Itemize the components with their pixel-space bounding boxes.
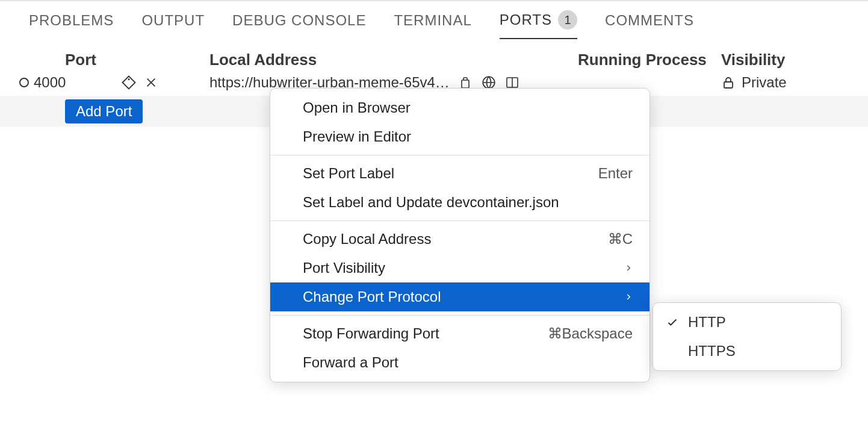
header-local-address: Local Address (209, 51, 578, 69)
header-port: Port (65, 51, 209, 69)
menu-separator (270, 155, 649, 155)
svg-rect-4 (724, 82, 733, 88)
menu-set-label-update-devcontainer[interactable]: Set Label and Update devcontainer.json (270, 188, 649, 217)
menu-port-visibility[interactable]: Port Visibility (270, 254, 649, 282)
tab-ports[interactable]: PORTS 1 (500, 10, 577, 39)
submenu-http[interactable]: HTTP (653, 308, 841, 337)
menu-change-port-protocol-label: Change Port Protocol (303, 288, 441, 305)
svg-point-0 (128, 78, 129, 80)
tab-problems[interactable]: PROBLEMS (29, 12, 114, 37)
tab-output[interactable]: OUTPUT (141, 12, 205, 37)
tab-terminal[interactable]: TERMINAL (394, 12, 471, 37)
chevron-right-icon (624, 264, 633, 272)
menu-stop-forwarding-port[interactable]: Stop Forwarding Port ⌘Backspace (270, 319, 649, 348)
menu-set-port-label-shortcut: Enter (598, 165, 633, 182)
port-number: 4000 (34, 74, 112, 91)
port-status-icon (0, 78, 34, 87)
lock-icon (721, 75, 736, 90)
submenu-https-label: HTTPS (688, 343, 736, 360)
menu-copy-local-address-label: Copy Local Address (303, 231, 431, 248)
menu-forward-a-port-label: Forward a Port (303, 354, 398, 371)
tab-ports-label: PORTS (500, 11, 552, 28)
check-icon (665, 316, 680, 329)
menu-set-label-update-devcontainer-label: Set Label and Update devcontainer.json (303, 194, 559, 211)
tag-icon[interactable] (120, 74, 137, 91)
ports-count-badge: 1 (558, 10, 577, 30)
port-context-menu: Open in Browser Preview in Editor Set Po… (270, 88, 650, 382)
chevron-right-icon (624, 293, 633, 301)
menu-open-in-browser-label: Open in Browser (303, 99, 411, 116)
panel-tabs: PROBLEMS OUTPUT DEBUG CONSOLE TERMINAL P… (0, 1, 868, 40)
menu-forward-a-port[interactable]: Forward a Port (270, 348, 649, 377)
add-port-button[interactable]: Add Port (65, 99, 143, 123)
submenu-https[interactable]: HTTPS (653, 337, 841, 366)
protocol-submenu: HTTP HTTPS (653, 302, 842, 371)
menu-preview-in-editor[interactable]: Preview in Editor (270, 122, 649, 151)
menu-separator (270, 220, 649, 221)
menu-change-port-protocol[interactable]: Change Port Protocol (270, 282, 649, 311)
menu-set-port-label-label: Set Port Label (303, 165, 394, 182)
submenu-http-label: HTTP (688, 314, 726, 331)
svg-rect-1 (462, 80, 469, 88)
ports-table-header: Port Local Address Running Process Visib… (0, 40, 868, 69)
menu-separator (270, 315, 649, 316)
close-icon[interactable] (144, 76, 158, 89)
menu-stop-forwarding-port-shortcut: ⌘Backspace (548, 325, 633, 342)
menu-preview-in-editor-label: Preview in Editor (303, 128, 411, 145)
menu-set-port-label[interactable]: Set Port Label Enter (270, 159, 649, 188)
menu-copy-local-address[interactable]: Copy Local Address ⌘C (270, 225, 649, 254)
menu-stop-forwarding-port-label: Stop Forwarding Port (303, 325, 439, 342)
menu-port-visibility-label: Port Visibility (303, 260, 385, 276)
header-visibility: Visibility (721, 51, 860, 69)
menu-open-in-browser[interactable]: Open in Browser (270, 93, 649, 122)
visibility-value: Private (742, 74, 787, 91)
menu-copy-local-address-shortcut: ⌘C (608, 231, 633, 248)
header-running-process: Running Process (578, 51, 721, 69)
tab-comments[interactable]: COMMENTS (605, 12, 694, 37)
tab-debug-console[interactable]: DEBUG CONSOLE (232, 12, 366, 37)
